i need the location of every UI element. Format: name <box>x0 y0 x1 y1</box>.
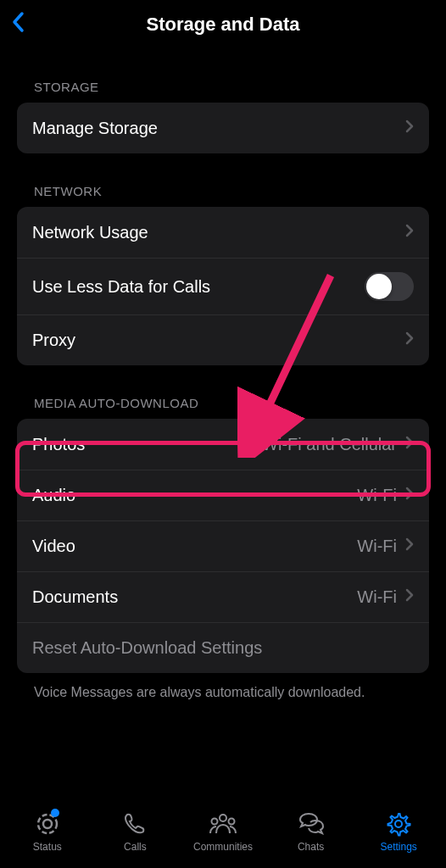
tab-settings-label: Settings <box>380 841 416 853</box>
chevron-left-icon <box>10 10 25 34</box>
svg-point-5 <box>228 819 234 825</box>
settings-icon <box>386 810 411 837</box>
section-header-network: NETWORK <box>17 153 429 207</box>
chevron-right-icon <box>405 487 414 504</box>
chevron-right-icon <box>405 537 414 555</box>
proxy-label: Proxy <box>32 331 75 350</box>
switch-knob <box>366 274 392 299</box>
chevron-right-icon <box>405 436 414 453</box>
network-usage-label: Network Usage <box>32 223 148 242</box>
audio-label: Audio <box>32 486 75 505</box>
communities-icon <box>208 810 238 837</box>
chats-icon <box>297 810 326 837</box>
use-less-data-label: Use Less Data for Calls <box>32 277 210 297</box>
svg-point-1 <box>38 815 57 833</box>
network-group: Network Usage Use Less Data for Calls Pr… <box>17 207 429 365</box>
video-row[interactable]: Video Wi-Fi <box>17 520 429 571</box>
use-less-data-toggle[interactable] <box>365 272 414 301</box>
footer-note: Voice Messages are always automatically … <box>17 673 429 712</box>
photos-label: Photos <box>32 435 85 454</box>
proxy-row[interactable]: Proxy <box>17 314 429 365</box>
back-button[interactable] <box>10 10 25 40</box>
reset-auto-download-row[interactable]: Reset Auto-Download Settings <box>17 622 429 673</box>
network-usage-row[interactable]: Network Usage <box>17 207 429 258</box>
audio-row[interactable]: Audio Wi-Fi <box>17 470 429 520</box>
photos-row[interactable]: Photos Wi-Fi and Cellular <box>17 419 429 470</box>
chevron-right-icon <box>405 120 414 137</box>
documents-value: Wi-Fi <box>357 587 397 607</box>
svg-point-3 <box>220 815 226 821</box>
tab-communities-label: Communities <box>193 841 253 853</box>
reset-auto-download-label: Reset Auto-Download Settings <box>32 638 262 658</box>
svg-point-6 <box>395 821 402 827</box>
video-label: Video <box>32 537 75 556</box>
tab-calls[interactable]: Calls <box>92 810 180 853</box>
use-less-data-row: Use Less Data for Calls <box>17 258 429 314</box>
chevron-right-icon <box>405 331 414 349</box>
tab-communities[interactable]: Communities <box>179 810 267 853</box>
video-value: Wi-Fi <box>357 537 397 556</box>
calls-icon <box>122 810 148 837</box>
chevron-right-icon <box>405 224 414 242</box>
svg-point-4 <box>211 819 217 825</box>
documents-row[interactable]: Documents Wi-Fi <box>17 571 429 622</box>
storage-group: Manage Storage <box>17 103 429 153</box>
status-icon <box>34 810 61 837</box>
tab-chats-label: Chats <box>298 841 324 853</box>
manage-storage-row[interactable]: Manage Storage <box>17 103 429 153</box>
manage-storage-label: Manage Storage <box>32 119 158 138</box>
tab-chats[interactable]: Chats <box>267 810 355 853</box>
tab-status[interactable]: Status <box>3 810 92 853</box>
documents-label: Documents <box>32 587 118 607</box>
section-header-storage: STORAGE <box>17 49 429 103</box>
media-group: Photos Wi-Fi and Cellular Audio Wi-Fi Vi… <box>17 419 429 673</box>
tab-calls-label: Calls <box>124 841 147 853</box>
tab-bar: Status Calls Communities Chats Settings <box>0 800 446 868</box>
tab-status-label: Status <box>33 841 62 853</box>
tab-settings[interactable]: Settings <box>354 810 443 853</box>
chevron-right-icon <box>405 588 414 606</box>
page-title: Storage and Data <box>147 14 300 36</box>
status-notification-dot <box>51 809 59 817</box>
section-header-media: MEDIA AUTO-DOWNLOAD <box>17 365 429 419</box>
audio-value: Wi-Fi <box>357 486 397 505</box>
svg-point-2 <box>43 820 52 828</box>
photos-value: Wi-Fi and Cellular <box>262 435 397 454</box>
